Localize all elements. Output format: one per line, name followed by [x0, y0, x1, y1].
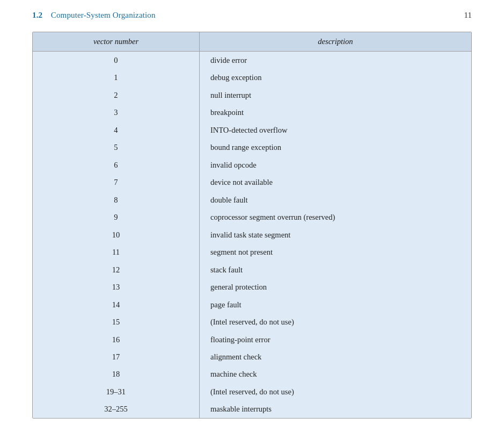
table-row: 4INTO-detected overflow: [33, 121, 471, 139]
description-cell: invalid opcode: [199, 156, 471, 174]
table-row: 5bound range exception: [33, 139, 471, 156]
description-cell: (Intel reserved, do not use): [199, 383, 471, 400]
table-row: 13general protection: [33, 278, 471, 296]
vector-cell: 15: [33, 313, 199, 330]
table-row: 12stack fault: [33, 261, 471, 278]
table-row: 14page fault: [33, 296, 471, 313]
table-row: 10invalid task state segment: [33, 226, 471, 243]
description-cell: page fault: [199, 296, 471, 313]
description-cell: double fault: [199, 191, 471, 208]
table-body: 0divide error1debug exception2null inter…: [33, 52, 471, 418]
table-row: 7device not available: [33, 174, 471, 191]
description-cell: null interrupt: [199, 87, 471, 104]
table-row: 32–255maskable interrupts: [33, 400, 471, 417]
vector-cell: 9: [33, 208, 199, 226]
description-cell: breakpoint: [199, 104, 471, 121]
vector-cell: 5: [33, 139, 199, 156]
header-title: 1.2 Computer-System Organization: [32, 11, 156, 20]
table-row: 8double fault: [33, 191, 471, 208]
vector-cell: 8: [33, 191, 199, 208]
description-cell: device not available: [199, 174, 471, 191]
description-cell: machine check: [199, 365, 471, 383]
table-row: 19–31(Intel reserved, do not use): [33, 383, 471, 400]
table-row: 6invalid opcode: [33, 156, 471, 174]
description-cell: maskable interrupts: [199, 400, 471, 417]
page-header: 1.2 Computer-System Organization 11: [32, 11, 472, 22]
table-row: 9coprocessor segment overrun (reserved): [33, 208, 471, 226]
table-row: 1debug exception: [33, 69, 471, 86]
vector-cell: 18: [33, 365, 199, 383]
description-cell: debug exception: [199, 69, 471, 86]
vector-cell: 14: [33, 296, 199, 313]
vector-cell: 11: [33, 243, 199, 261]
section-number: 1.2: [32, 11, 42, 19]
description-cell: alignment check: [199, 348, 471, 365]
description-cell: invalid task state segment: [199, 226, 471, 243]
description-cell: segment not present: [199, 243, 471, 261]
description-cell: bound range exception: [199, 139, 471, 156]
vector-cell: 10: [33, 226, 199, 243]
vector-cell: 12: [33, 261, 199, 278]
page-container: 1.2 Computer-System Organization 11 vect…: [0, 0, 504, 425]
table-row: 2null interrupt: [33, 87, 471, 104]
vector-cell: 19–31: [33, 383, 199, 400]
description-cell: coprocessor segment overrun (reserved): [199, 208, 471, 226]
table-row: 18machine check: [33, 365, 471, 383]
vector-cell: 1: [33, 69, 199, 86]
table-row: 15(Intel reserved, do not use): [33, 313, 471, 330]
description-cell: INTO-detected overflow: [199, 121, 471, 139]
vector-cell: 3: [33, 104, 199, 121]
vector-cell: 7: [33, 174, 199, 191]
vector-cell: 6: [33, 156, 199, 174]
vector-cell: 2: [33, 87, 199, 104]
vector-table-wrapper: vector number description 0divide error1…: [32, 32, 472, 419]
description-cell: (Intel reserved, do not use): [199, 313, 471, 330]
description-cell: general protection: [199, 278, 471, 296]
vector-cell: 17: [33, 348, 199, 365]
table-row: 11segment not present: [33, 243, 471, 261]
vector-cell: 0: [33, 52, 199, 69]
section-title: Computer-System Organization: [51, 11, 156, 19]
table-row: 17alignment check: [33, 348, 471, 365]
page-number: 11: [464, 11, 472, 20]
vector-table: vector number description 0divide error1…: [33, 32, 471, 418]
table-row: 16floating-point error: [33, 331, 471, 348]
col-header-vector: vector number: [33, 32, 199, 52]
vector-cell: 16: [33, 331, 199, 348]
table-row: 3breakpoint: [33, 104, 471, 121]
table-header-row: vector number description: [33, 32, 471, 52]
description-cell: divide error: [199, 52, 471, 69]
col-header-description: description: [199, 32, 471, 52]
description-cell: stack fault: [199, 261, 471, 278]
vector-cell: 13: [33, 278, 199, 296]
vector-cell: 32–255: [33, 400, 199, 417]
description-cell: floating-point error: [199, 331, 471, 348]
table-row: 0divide error: [33, 52, 471, 69]
vector-cell: 4: [33, 121, 199, 139]
table-header: vector number description: [33, 32, 471, 52]
